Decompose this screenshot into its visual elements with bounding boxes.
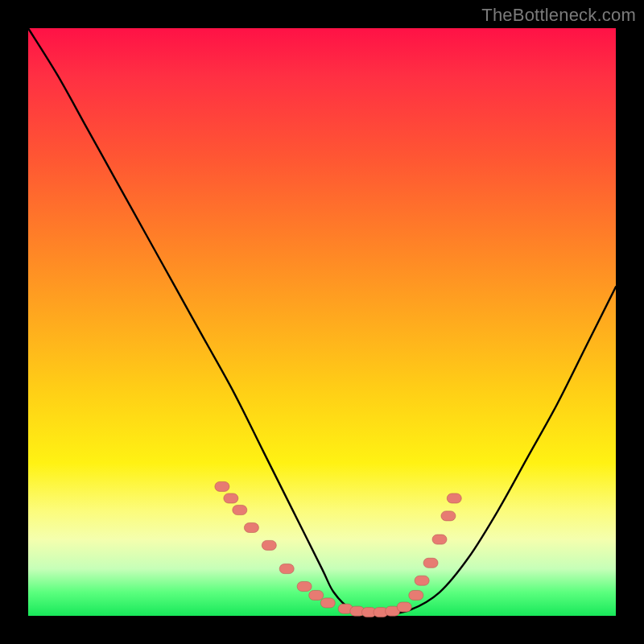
highlight-point (409, 590, 423, 600)
highlight-point (423, 558, 438, 568)
highlight-point (215, 481, 229, 491)
highlight-point (279, 564, 294, 574)
highlight-point (244, 523, 258, 533)
highlight-point (447, 493, 461, 503)
bottleneck-curve-path (28, 28, 616, 617)
plot-area (28, 28, 616, 616)
highlight-point (320, 598, 335, 608)
bottleneck-curve-svg (28, 28, 616, 616)
highlight-point (397, 602, 411, 612)
chart-frame: TheBottleneck.com (0, 0, 644, 644)
highlight-point (262, 540, 276, 550)
highlight-point (441, 511, 456, 521)
highlight-point (233, 506, 247, 515)
highlight-point (297, 582, 312, 592)
highlight-point (309, 590, 324, 600)
watermark-text: TheBottleneck.com (481, 5, 636, 26)
highlight-point (432, 535, 447, 544)
highlight-point (415, 576, 429, 585)
highlight-point (224, 493, 238, 503)
